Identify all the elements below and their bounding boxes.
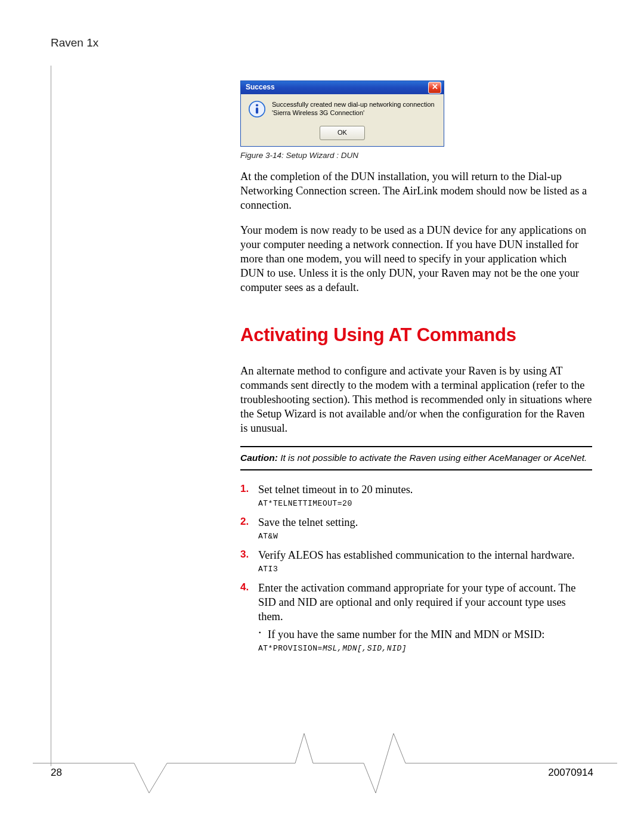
ok-button[interactable]: OK xyxy=(320,126,365,140)
margin-rule xyxy=(51,66,51,766)
svg-point-2 xyxy=(256,104,258,106)
step-sub-text: If you have the same number for the MIN … xyxy=(268,628,544,640)
body-paragraph: At the completion of the DUN installatio… xyxy=(240,169,592,212)
caution-text: It is not possible to activate the Raven… xyxy=(278,453,587,463)
step-text: Save the telnet setting. xyxy=(258,516,358,528)
at-command: AT*TELNETTIMEOUT=20 xyxy=(258,499,592,509)
cmd-prefix: AT*PROVISION= xyxy=(258,644,323,653)
step-subbullet: If you have the same number for the MIN … xyxy=(258,627,592,642)
step-item: Verify ALEOS has established communicati… xyxy=(240,548,592,575)
step-item: Set telnet timeout in to 20 minutes. AT*… xyxy=(240,482,592,509)
caution-label: Caution: xyxy=(240,453,278,463)
dialog-msg-line2: 'Sierra Wireless 3G Connection' xyxy=(272,109,364,116)
step-text: Set telnet timeout in to 20 minutes. xyxy=(258,484,413,496)
document-title: Raven 1x xyxy=(51,36,593,51)
doc-date: 20070914 xyxy=(548,766,593,779)
at-command: AT&W xyxy=(258,532,592,542)
figure-caption: Figure 3-14: Setup Wizard : DUN xyxy=(240,150,592,161)
dialog-title: Success xyxy=(246,83,275,92)
section-heading: Activating Using AT Commands xyxy=(240,323,592,347)
step-item: Save the telnet setting. AT&W xyxy=(240,515,592,542)
body-paragraph: An alternate method to configure and act… xyxy=(240,364,592,435)
info-icon xyxy=(248,100,266,120)
body-paragraph: Your modem is now ready to be used as a … xyxy=(240,223,592,295)
dialog-message: Successfully created new dial-up network… xyxy=(272,100,436,117)
svg-rect-3 xyxy=(256,107,258,113)
page-number: 28 xyxy=(51,766,62,779)
at-command: AT*PROVISION=MSL,MDN[,SID,NID] xyxy=(258,644,592,654)
cmd-variable: MSL,MDN[,SID,NID] xyxy=(323,644,407,653)
dialog-msg-line1: Successfully created new dial-up network… xyxy=(272,101,435,108)
footer-wave-decoration xyxy=(33,721,617,793)
step-text: Enter the activation command appropriate… xyxy=(258,582,575,623)
steps-list: Set telnet timeout in to 20 minutes. AT*… xyxy=(240,482,592,654)
step-text: Verify ALEOS has established communicati… xyxy=(258,549,575,561)
dialog-titlebar: Success ✕ xyxy=(241,81,444,94)
at-command: ATI3 xyxy=(258,565,592,575)
close-icon[interactable]: ✕ xyxy=(428,82,441,94)
step-item: Enter the activation command appropriate… xyxy=(240,581,592,654)
caution-block: Caution: It is not possible to activate … xyxy=(240,446,592,470)
success-dialog: Success ✕ Successfully created new dial-… xyxy=(240,80,444,147)
